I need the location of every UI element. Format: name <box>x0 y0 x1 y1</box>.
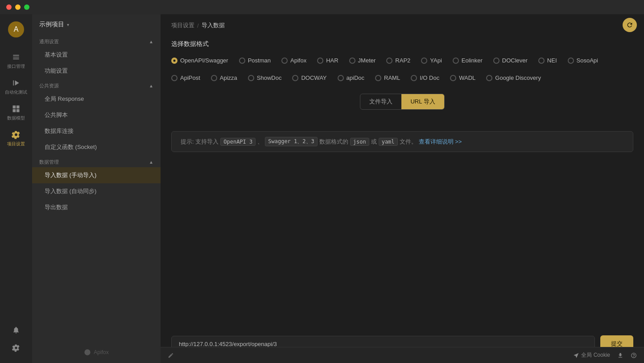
hint-tag-json: json <box>350 138 369 146</box>
format-yapi[interactable]: YApi <box>421 57 442 64</box>
maximize-dot[interactable] <box>24 4 29 10</box>
hint-details-link[interactable]: 查看详细说明 >> <box>419 138 462 146</box>
format-apipost-radio[interactable] <box>171 75 178 81</box>
section-public-resources[interactable]: 公共资源 ▲ <box>32 79 161 91</box>
format-har[interactable]: HAR <box>317 57 338 64</box>
format-apizza-radio[interactable] <box>211 75 217 81</box>
global-settings-icon-button[interactable] <box>8 340 24 356</box>
sidebar-item-auto-test[interactable]: 自动化测试 <box>0 74 32 100</box>
format-raml-radio[interactable] <box>375 75 381 81</box>
format-har-radio[interactable] <box>317 58 323 64</box>
format-apidoc-radio[interactable] <box>338 75 344 81</box>
titlebar <box>0 0 644 14</box>
sidebar-item-public-scripts[interactable]: 公共脚本 <box>32 107 161 123</box>
file-import-button[interactable]: 文件导入 <box>360 94 401 109</box>
format-postman-radio[interactable] <box>239 58 245 64</box>
breadcrumb: 项目设置 / 导入数据 <box>161 14 644 37</box>
hint-tag-openapi3: OpenAPI 3 <box>220 138 256 146</box>
section-general-settings[interactable]: 通用设置 ▲ <box>32 35 161 47</box>
project-header[interactable]: 示例项目 ▾ <box>32 14 161 35</box>
format-apifox-radio[interactable] <box>281 58 288 64</box>
format-iodoc-radio[interactable] <box>411 75 417 81</box>
format-wadl[interactable]: WADL <box>450 74 475 81</box>
sidebar-item-import-manual[interactable]: 导入数据 (手动导入) <box>32 167 161 183</box>
help-icon <box>631 352 637 359</box>
hint-sep1: 、 <box>257 138 263 146</box>
format-jmeter[interactable]: JMeter <box>349 57 376 64</box>
format-rap2[interactable]: RAP2 <box>386 57 410 64</box>
hint-bar: 提示: 支持导入 OpenAPI 3 、 Swagger 1、2、3 数据格式的… <box>171 131 633 152</box>
sidebar-item-export-data[interactable]: 导出数据 <box>32 199 161 215</box>
format-apipost[interactable]: ApiPost <box>171 74 200 81</box>
sidebar-item-db-connection[interactable]: 数据库连接 <box>32 123 161 139</box>
format-apidoc[interactable]: apiDoc <box>338 74 364 81</box>
hint-or: 或 <box>371 138 377 146</box>
format-apizza[interactable]: Apizza <box>211 74 237 81</box>
format-sosoapi-radio[interactable] <box>568 58 574 64</box>
format-iodoc[interactable]: I/O Doc <box>411 74 439 81</box>
sidebar-footer: Apifox <box>32 342 161 363</box>
avatar[interactable]: A <box>8 21 24 37</box>
sidebar-item-custom-functions[interactable]: 自定义函数 (Socket) <box>32 139 161 155</box>
format-openapi[interactable]: OpenAPI/Swagger <box>171 57 228 64</box>
sidebar-item-basic-settings[interactable]: 基本设置 <box>32 47 161 63</box>
refresh-button[interactable] <box>623 18 637 32</box>
sidebar-item-data-model[interactable]: 数据模型 <box>0 100 32 126</box>
help-button[interactable] <box>631 352 637 359</box>
format-nei-radio[interactable] <box>538 58 545 64</box>
upload-button[interactable] <box>617 352 623 359</box>
format-eolinker-radio[interactable] <box>453 58 459 64</box>
format-docway[interactable]: DOCWAY <box>292 74 326 81</box>
breadcrumb-current: 导入数据 <box>202 21 225 29</box>
sidebar-item-api-management[interactable]: 接口管理 <box>0 48 32 74</box>
format-apifox[interactable]: Apifox <box>281 57 306 64</box>
format-jmeter-radio[interactable] <box>349 58 355 64</box>
section-data-management[interactable]: 数据管理 ▲ <box>32 155 161 167</box>
format-openapi-radio[interactable] <box>171 58 178 64</box>
notification-icon-button[interactable] <box>8 322 24 338</box>
global-cookie-button[interactable]: 全局 Cookie <box>573 351 610 359</box>
cookie-icon <box>573 352 579 359</box>
nav-icon-label: 接口管理 <box>7 63 25 70</box>
breadcrumb-separator: / <box>197 22 199 29</box>
format-yapi-radio[interactable] <box>421 58 427 64</box>
format-nei[interactable]: NEI <box>538 57 557 64</box>
format-showdoc-radio[interactable] <box>248 75 254 81</box>
project-name: 示例项目 ▾ <box>39 21 69 29</box>
caret-up-icon: ▲ <box>149 160 153 165</box>
format-grid-row1: OpenAPI/Swagger Postman Apifox HAR JMete… <box>171 57 633 64</box>
content-area: 选择数据格式 OpenAPI/Swagger Postman Apifox HA… <box>161 37 644 335</box>
format-google-discovery-radio[interactable] <box>486 75 492 81</box>
main-content: 项目设置 / 导入数据 选择数据格式 OpenAPI/Swagger Postm… <box>161 14 644 363</box>
chevron-down-icon: ▾ <box>67 22 69 27</box>
nav-icon-label: 数据模型 <box>7 115 25 121</box>
format-raml[interactable]: RAML <box>375 74 400 81</box>
bottom-icons <box>8 322 24 363</box>
hint-mid: 数据格式的 <box>319 138 348 146</box>
sidebar-item-global-response[interactable]: 全局 Response <box>32 91 161 107</box>
format-google-discovery[interactable]: Google Discovery <box>486 74 541 81</box>
minimize-dot[interactable] <box>15 4 21 10</box>
nav-icon-label: 自动化测试 <box>5 89 27 95</box>
sidebar-item-project-settings[interactable]: 项目设置 <box>0 126 32 152</box>
format-sosoapi[interactable]: SosoApi <box>568 57 598 64</box>
format-docway-radio[interactable] <box>292 75 298 81</box>
format-showdoc[interactable]: ShowDoc <box>248 74 282 81</box>
cookie-label: 全局 Cookie <box>581 351 610 359</box>
sidebar-item-import-auto[interactable]: 导入数据 (自动同步) <box>32 183 161 199</box>
upload-icon <box>617 352 623 359</box>
url-import-button[interactable]: URL 导入 <box>401 94 444 109</box>
sidebar-item-feature-settings[interactable]: 功能设置 <box>32 63 161 79</box>
format-wadl-radio[interactable] <box>450 75 456 81</box>
bottom-bar-left <box>168 352 174 359</box>
import-buttons: 文件导入 URL 导入 <box>360 94 444 110</box>
close-dot[interactable] <box>6 4 12 10</box>
format-postman[interactable]: Postman <box>239 57 271 64</box>
format-section-title: 选择数据格式 <box>171 40 633 48</box>
breadcrumb-parent[interactable]: 项目设置 <box>171 21 194 29</box>
format-docclever-radio[interactable] <box>493 58 500 64</box>
format-docclever[interactable]: DOClever <box>493 57 528 64</box>
bottom-bar-right: 全局 Cookie <box>573 351 637 359</box>
format-eolinker[interactable]: Eolinker <box>453 57 483 64</box>
format-rap2-radio[interactable] <box>386 58 392 64</box>
